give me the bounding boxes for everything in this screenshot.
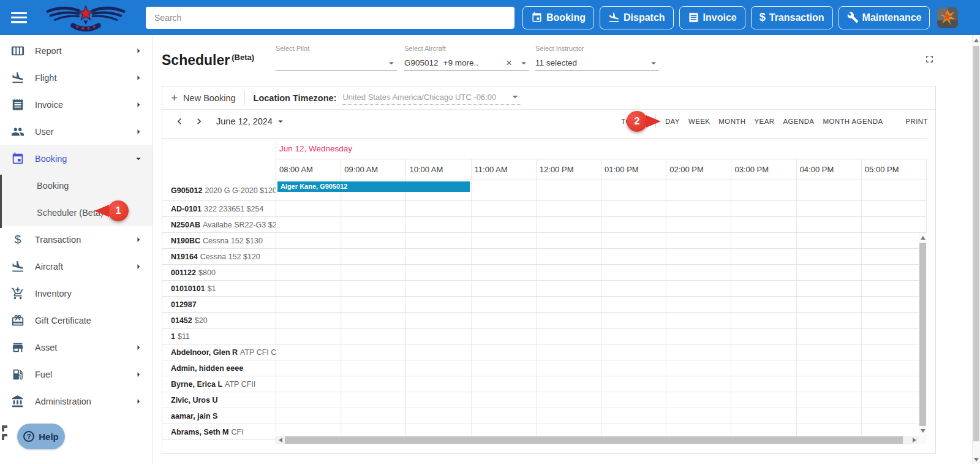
- time-slot-cell[interactable]: [601, 249, 666, 264]
- sidebar-item-asset[interactable]: Asset: [0, 334, 153, 361]
- clear-icon[interactable]: ×: [506, 57, 512, 69]
- time-slot-cell[interactable]: [406, 344, 471, 360]
- time-slot-cell[interactable]: [797, 180, 862, 200]
- time-slot-cell[interactable]: [666, 408, 731, 424]
- view-button-day[interactable]: DAY: [665, 118, 680, 125]
- time-slot-cell[interactable]: [537, 313, 601, 328]
- time-slot-cell[interactable]: [862, 217, 927, 232]
- time-slot-cell[interactable]: [537, 217, 601, 232]
- time-slot-cell[interactable]: [276, 217, 341, 232]
- time-slot-cell[interactable]: [472, 201, 537, 216]
- time-slot-cell[interactable]: [731, 281, 796, 296]
- time-slot-cell[interactable]: [406, 217, 471, 232]
- menu-icon[interactable]: [11, 12, 27, 23]
- time-slot-cell[interactable]: [341, 297, 406, 312]
- scrollbar-thumb[interactable]: [973, 46, 979, 441]
- sidebar-item-invoice[interactable]: Invoice: [0, 91, 153, 118]
- header-button-dispatch[interactable]: Dispatch: [600, 6, 674, 29]
- time-slot-cell[interactable]: [862, 376, 927, 392]
- time-slot-cell[interactable]: [601, 281, 666, 296]
- scheduler-horizontal-scrollbar[interactable]: [276, 436, 919, 444]
- time-slot-cell[interactable]: [537, 281, 601, 296]
- time-slot-cell[interactable]: [537, 249, 601, 264]
- time-slot-cell[interactable]: [666, 313, 731, 328]
- time-slot-cell[interactable]: [472, 329, 537, 344]
- select-instructor-dropdown[interactable]: 11 selected: [535, 55, 659, 71]
- time-slot-cell[interactable]: [406, 265, 471, 280]
- time-slot-cell[interactable]: [406, 201, 471, 216]
- time-slot-cell[interactable]: [731, 376, 796, 392]
- time-slot-cell[interactable]: [666, 297, 731, 312]
- time-slot-cell[interactable]: [601, 313, 666, 328]
- time-slot-cell[interactable]: [731, 217, 796, 232]
- time-slot-cell[interactable]: [601, 408, 666, 424]
- time-slot-cell[interactable]: [797, 265, 862, 280]
- time-slot-cell[interactable]: [731, 329, 796, 344]
- time-slot-cell[interactable]: [731, 233, 796, 248]
- prev-day-button[interactable]: [173, 115, 186, 127]
- time-slot-cell[interactable]: [341, 217, 406, 232]
- time-slot-cell[interactable]: [341, 201, 406, 216]
- sidebar-item-inventory[interactable]: Inventory: [0, 280, 153, 307]
- next-day-button[interactable]: [193, 115, 205, 127]
- time-slot-cell[interactable]: [797, 217, 862, 232]
- time-slot-cell[interactable]: [537, 344, 601, 360]
- time-slot-cell[interactable]: [797, 249, 862, 264]
- view-button-month[interactable]: MONTH: [718, 118, 745, 125]
- header-button-booking[interactable]: Booking: [522, 6, 594, 29]
- time-slot-cell[interactable]: [472, 217, 537, 232]
- time-slot-cell[interactable]: [601, 344, 666, 360]
- time-slot-cell[interactable]: [341, 313, 406, 328]
- time-slot-cell[interactable]: [797, 297, 862, 312]
- time-slot-cell[interactable]: [341, 344, 406, 360]
- time-slot-cell[interactable]: [341, 265, 406, 280]
- time-slot-cell[interactable]: [731, 180, 796, 200]
- booking-event[interactable]: Alger Kane, G905012: [277, 181, 470, 192]
- time-slot-cell[interactable]: [601, 297, 666, 312]
- time-slot-cell[interactable]: [276, 249, 341, 264]
- help-button[interactable]: ? Help: [17, 424, 65, 449]
- sidebar-item-user[interactable]: User: [0, 118, 153, 145]
- sidebar-scrollbar[interactable]: [0, 175, 2, 228]
- time-slot-cell[interactable]: [601, 376, 666, 392]
- time-slot-cell[interactable]: [731, 313, 796, 328]
- time-slot-cell[interactable]: [731, 265, 796, 280]
- time-slot-cell[interactable]: [276, 360, 341, 376]
- time-slot-cell[interactable]: [472, 233, 537, 248]
- time-slot-cell[interactable]: [666, 376, 731, 392]
- time-slot-cell[interactable]: [601, 201, 666, 216]
- time-slot-cell[interactable]: [472, 297, 537, 312]
- search-input[interactable]: [146, 7, 514, 29]
- time-slot-cell[interactable]: [731, 201, 796, 216]
- time-slot-cell[interactable]: [537, 233, 601, 248]
- time-slot-cell[interactable]: [731, 360, 796, 376]
- time-slot-cell[interactable]: [472, 360, 537, 376]
- time-slot-cell[interactable]: [666, 344, 731, 360]
- time-slot-cell[interactable]: [601, 180, 666, 200]
- time-slot-cell[interactable]: [276, 201, 341, 216]
- time-slot-cell[interactable]: [731, 297, 796, 312]
- time-slot-cell[interactable]: [731, 344, 796, 360]
- time-slot-cell[interactable]: [341, 249, 406, 264]
- new-booking-button[interactable]: + New Booking: [171, 91, 236, 105]
- scrollbar-thumb[interactable]: [919, 243, 926, 426]
- time-slot-cell[interactable]: [537, 265, 601, 280]
- time-slot-cell[interactable]: [406, 281, 471, 296]
- time-slot-cell[interactable]: [666, 329, 731, 344]
- time-slot-cell[interactable]: [276, 376, 341, 392]
- sidebar-item-fuel[interactable]: Fuel: [0, 361, 153, 388]
- sidebar-subitem-scheduler-beta[interactable]: Scheduler (Beta): [0, 199, 153, 226]
- view-button-agenda[interactable]: AGENDA: [783, 118, 814, 125]
- time-slot-cell[interactable]: [406, 408, 471, 424]
- scrollbar-thumb[interactable]: [285, 436, 903, 444]
- time-slot-cell[interactable]: [862, 297, 927, 312]
- time-slot-cell[interactable]: [601, 329, 666, 344]
- time-slot-cell[interactable]: [472, 392, 537, 408]
- time-slot-cell[interactable]: [341, 376, 406, 392]
- time-slot-cell[interactable]: [472, 408, 537, 424]
- time-slot-cell[interactable]: [537, 180, 601, 200]
- time-slot-cell[interactable]: [666, 233, 731, 248]
- time-slot-cell[interactable]: [862, 344, 927, 360]
- time-slot-cell[interactable]: [797, 281, 862, 296]
- timezone-select[interactable]: United States America/Chicago UTC -06:00: [342, 91, 521, 105]
